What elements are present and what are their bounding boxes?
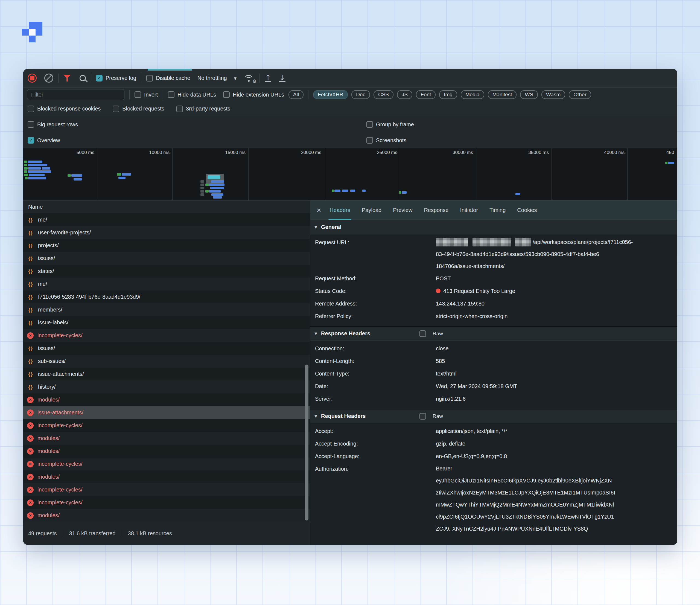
request-row[interactable]: {}f711c056-5283-494f-b76e-8aad4d1e93d9/ [23,290,310,303]
xhr-icon: {} [27,371,34,377]
third-party-requests-checkbox[interactable]: ✓ 3rd-party requests [176,105,230,112]
request-row[interactable]: ×incomplete-cycles/ [23,458,310,470]
tab-timing[interactable]: Timing [490,200,506,220]
request-row[interactable]: ×modules/ [23,509,310,522]
tab-preview[interactable]: Preview [393,200,412,220]
screenshots-checkbox[interactable]: ✓ Screenshots [367,137,406,144]
raw-toggle-checkbox[interactable]: ✓ [420,331,426,337]
export-har-button[interactable]: ↓ [279,74,285,82]
request-row[interactable]: {}issue-attachments/ [23,368,310,381]
throttling-select[interactable]: No throttling [197,75,227,81]
request-row[interactable]: ×modules/ [23,432,310,445]
waterfall-bar [200,180,204,183]
clear-network-log-button[interactable] [44,74,53,82]
big-request-rows-checkbox[interactable]: ✓ Big request rows [28,121,78,128]
tab-response[interactable]: Response [424,200,448,220]
toolbar-divider [58,74,58,83]
chevron-down-icon[interactable]: ▾ [234,75,237,81]
raw-toggle-checkbox[interactable]: ✓ [420,413,426,419]
waterfall-bar [399,191,401,194]
header-value: 143.244.137.159:80 [436,297,677,310]
waterfall-bar [24,167,28,170]
section-header-general[interactable]: ▼General [310,220,677,235]
error-icon: × [27,332,34,339]
request-row[interactable]: {}history/ [23,381,310,393]
request-row[interactable]: ×incomplete-cycles/ [23,496,310,509]
request-row[interactable]: {}user-favorite-projects/ [23,226,310,239]
filter-chip-ws[interactable]: WS [520,90,538,99]
waterfall-bar [205,184,209,186]
waterfall-bar [28,170,51,173]
tab-initiator[interactable]: Initiator [460,200,478,220]
tab-payload[interactable]: Payload [362,200,381,220]
group-by-frame-checkbox[interactable]: ✓ Group by frame [367,121,414,128]
error-icon: × [27,448,34,455]
request-row[interactable]: {}issue-labels/ [23,316,310,329]
search-icon[interactable] [80,75,86,81]
import-har-button[interactable]: ↑ [265,74,271,82]
filter-input[interactable] [27,89,124,100]
close-icon[interactable]: × [317,207,321,214]
details-tab-bar: × HeadersPayloadPreviewResponseInitiator… [310,200,677,220]
filter-chip-all[interactable]: All [289,90,303,99]
network-conditions-icon[interactable]: ⚙ [244,74,255,82]
section-header-request-headers[interactable]: ▼Request Headers✓Raw [310,409,677,423]
blocked-response-cookies-checkbox[interactable]: ✓ Blocked response cookies [28,105,101,112]
invert-checkbox[interactable]: ✓ Invert [134,91,158,98]
filter-chip-fetch-xhr[interactable]: Fetch/XHR [313,90,348,99]
filter-chip-media[interactable]: Media [461,90,484,99]
preserve-log-checkbox[interactable]: ✓ Preserve log [96,75,136,81]
overview-timeline-strip[interactable]: 5000 ms10000 ms15000 ms20000 ms25000 ms3… [23,148,677,200]
tab-cookies[interactable]: Cookies [517,200,537,220]
waterfall-bar [209,184,224,186]
waterfall-bar [342,190,348,192]
preserve-log-label: Preserve log [105,75,136,81]
header-name: Remote Address: [315,297,436,310]
request-row[interactable]: ×modules/ [23,393,310,406]
list-scrollbar-thumb[interactable] [305,365,308,521]
hide-extension-urls-checkbox[interactable]: ✓ Hide extension URLs [223,91,284,98]
filter-chip-img[interactable]: Img [439,90,457,99]
record-network-log-button[interactable] [28,74,36,82]
filter-chip-wasm[interactable]: Wasm [542,90,565,99]
request-row[interactable]: {}me/ [23,277,310,290]
request-name: members/ [38,307,62,313]
blocked-requests-checkbox[interactable]: ✓ Blocked requests [112,105,164,112]
request-row[interactable]: {}issues/ [23,252,310,265]
waterfall-bar [42,167,50,170]
header-row: Request Method:POST [310,272,677,285]
name-column-header[interactable]: Name [23,200,310,213]
request-name: issues/ [38,345,55,352]
filter-chip-css[interactable]: CSS [374,90,394,99]
filter-chip-manifest[interactable]: Manifest [488,90,517,99]
hide-data-urls-checkbox[interactable]: ✓ Hide data URLs [168,91,216,98]
section-header-response-headers[interactable]: ▼Response Headers✓Raw [310,326,677,340]
request-details-pane: × HeadersPayloadPreviewResponseInitiator… [310,200,677,545]
request-row[interactable]: ×incomplete-cycles/ [23,419,310,432]
request-row[interactable]: {}states/ [23,265,310,277]
request-row[interactable]: {}issues/ [23,342,310,355]
header-row: Status Code:413 Request Entity Too Large [310,285,677,297]
xhr-icon: {} [27,294,34,300]
request-row[interactable]: ×modules/ [23,470,310,483]
disable-cache-checkbox[interactable]: ✓ Disable cache [146,75,190,81]
overview-checkbox[interactable]: ✓ Overview [28,137,60,144]
filter-chip-js[interactable]: JS [397,90,412,99]
request-row[interactable]: ×issue-attachments/ [23,406,310,419]
filter-chip-other[interactable]: Other [569,90,591,99]
request-row[interactable]: {}me/ [23,213,310,226]
request-row[interactable]: {}projects/ [23,239,310,252]
tab-headers[interactable]: Headers [329,200,350,220]
filter-chip-doc[interactable]: Doc [351,90,370,99]
redacted-host-blur [515,238,531,246]
request-row[interactable]: {}members/ [23,303,310,316]
timeline-tick-label: 10000 ms [149,150,170,155]
filter-chip-font[interactable]: Font [416,90,435,99]
header-name: Connection: [315,342,436,355]
filter-icon[interactable] [64,75,71,81]
request-row[interactable]: ×incomplete-cycles/ [23,483,310,496]
request-row[interactable]: ×incomplete-cycles/ [23,329,310,342]
status-divider [122,530,122,538]
request-row[interactable]: {}sub-issues/ [23,355,310,368]
request-row[interactable]: ×modules/ [23,445,310,458]
